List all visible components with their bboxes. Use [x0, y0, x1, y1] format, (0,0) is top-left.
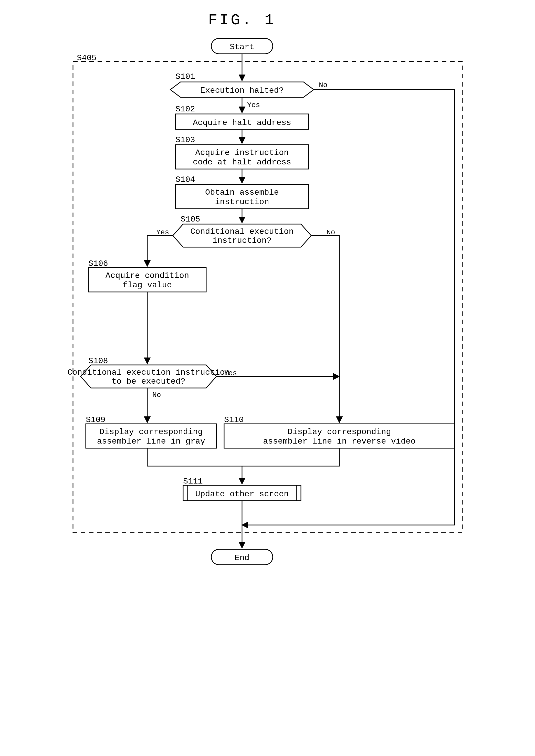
svg-text:Display corresponding: Display corresponding	[288, 427, 391, 437]
svg-text:Display corresponding: Display corresponding	[99, 427, 203, 437]
container-box	[73, 62, 462, 533]
container-label: S405	[77, 53, 97, 63]
figure-title: FIG. 1	[208, 12, 275, 29]
svg-text:S110: S110	[224, 415, 244, 425]
svg-text:Conditional execution instruct: Conditional execution instruction	[67, 368, 230, 377]
svg-text:S109: S109	[86, 415, 105, 425]
svg-text:S106: S106	[88, 259, 108, 268]
svg-text:Start: Start	[230, 42, 254, 52]
svg-text:instruction?: instruction?	[212, 236, 271, 245]
svg-text:End: End	[235, 553, 249, 563]
s108-decision: S108 Conditional execution instruction t…	[67, 356, 230, 388]
svg-text:Acquire halt address: Acquire halt address	[193, 118, 291, 127]
svg-text:flag value: flag value	[123, 280, 172, 290]
svg-text:S101: S101	[176, 72, 195, 81]
svg-text:instruction: instruction	[215, 197, 269, 207]
svg-text:S108: S108	[88, 356, 108, 366]
svg-text:Update other screen: Update other screen	[195, 490, 289, 499]
svg-text:S103: S103	[176, 135, 195, 145]
s108-yes-label: Yes	[224, 369, 237, 377]
svg-text:assembler line in reverse vide: assembler line in reverse video	[263, 437, 415, 446]
svg-text:Obtain assemble: Obtain assemble	[205, 188, 279, 197]
svg-text:Acquire instruction: Acquire instruction	[195, 148, 289, 157]
svg-text:S104: S104	[176, 175, 195, 184]
svg-text:assembler line in gray: assembler line in gray	[97, 437, 205, 446]
end-terminal: End	[211, 549, 273, 565]
s105-yes-label: Yes	[156, 228, 169, 237]
svg-text:Conditional execution: Conditional execution	[190, 227, 294, 237]
start-terminal: Start	[211, 39, 273, 54]
svg-text:Acquire condition: Acquire condition	[105, 271, 189, 280]
s108-no-label: No	[153, 391, 161, 399]
svg-text:S111: S111	[183, 477, 203, 486]
s105-no-label: No	[326, 228, 335, 237]
flowchart-diagram: FIG. 1 S405 Start S101 Execution halted?…	[63, 10, 472, 574]
svg-text:Execution halted?: Execution halted?	[200, 86, 284, 95]
s101-yes-label: Yes	[247, 101, 260, 109]
svg-text:S102: S102	[176, 104, 195, 114]
s101-no-label: No	[319, 81, 327, 89]
svg-text:code at halt address: code at halt address	[193, 157, 291, 167]
s109-process: S109 Display corresponding assembler lin…	[86, 415, 216, 448]
svg-text:to be executed?: to be executed?	[111, 377, 185, 386]
svg-text:S105: S105	[181, 214, 200, 224]
